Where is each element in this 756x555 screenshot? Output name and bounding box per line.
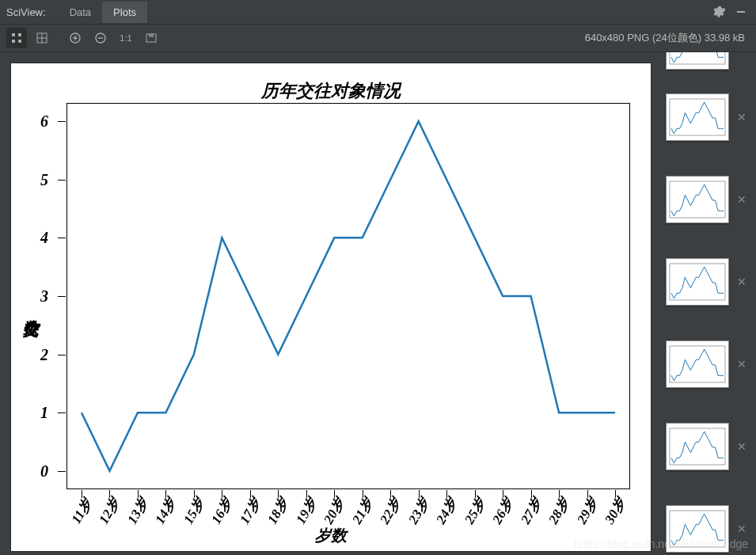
close-icon[interactable]: ✕ — [734, 192, 750, 207]
svg-rect-16 — [670, 99, 725, 135]
fullscreen-icon[interactable] — [6, 28, 27, 48]
svg-rect-3 — [12, 40, 15, 43]
x-tick-label: 28岁 — [545, 495, 574, 527]
zoom-in-icon[interactable] — [65, 28, 85, 48]
plot-thumbnail[interactable] — [666, 423, 729, 470]
x-tick-label: 20岁 — [320, 495, 349, 527]
x-axis-label: 岁数 — [11, 525, 651, 546]
plot-thumbnail[interactable] — [666, 258, 729, 306]
thumbnails-sidebar: ✕✕✕✕✕✕✕ — [659, 52, 756, 555]
x-tick-label: 26岁 — [488, 495, 518, 527]
one-to-one-icon[interactable]: 1:1 — [116, 28, 136, 48]
y-tick-label: 5 — [40, 170, 48, 188]
y-tick-label: 0 — [40, 462, 48, 480]
x-tick-label: 13岁 — [123, 495, 152, 527]
svg-rect-0 — [737, 11, 745, 13]
close-icon[interactable]: ✕ — [734, 274, 750, 290]
x-tick-label: 22岁 — [376, 495, 405, 527]
grid-icon[interactable] — [32, 28, 52, 48]
x-tick-label: 21岁 — [348, 495, 377, 527]
gear-icon[interactable] — [710, 3, 728, 21]
minimize-icon[interactable] — [732, 3, 750, 21]
x-tick-label: 15岁 — [179, 495, 208, 527]
plot-thumbnail[interactable] — [666, 52, 729, 70]
plot-thumbnail[interactable] — [666, 93, 729, 141]
svg-rect-14 — [149, 34, 154, 37]
x-tick-label: 17岁 — [235, 495, 264, 527]
chart-line — [67, 104, 629, 488]
close-icon[interactable]: ✕ — [734, 521, 750, 537]
close-icon[interactable]: ✕ — [734, 439, 750, 454]
image-info: 640x480 PNG (24位颜色) 33.98 kB — [585, 31, 745, 45]
x-tick-label: 18岁 — [264, 495, 293, 527]
close-icon[interactable]: ✕ — [734, 356, 750, 372]
plot-toolbar: 1:1 640x480 PNG (24位颜色) 33.98 kB — [0, 25, 756, 52]
x-tick-label: 16岁 — [207, 495, 237, 527]
zoom-out-icon[interactable] — [90, 28, 111, 48]
x-tick-label: 29岁 — [572, 495, 602, 527]
app-name: SciView: — [6, 6, 46, 18]
x-tick-label: 30岁 — [601, 495, 630, 527]
chart-axes: 012345611岁12岁13岁14岁15岁16岁17岁18岁19岁20岁21岁… — [66, 103, 630, 489]
tab-plots[interactable]: Plots — [102, 2, 147, 23]
x-tick-label: 25岁 — [460, 495, 489, 527]
y-tick-label: 3 — [40, 287, 48, 306]
plot-thumbnail[interactable] — [666, 505, 729, 553]
x-tick-label: 12岁 — [95, 495, 124, 527]
save-icon[interactable] — [141, 28, 161, 48]
svg-rect-17 — [670, 181, 725, 218]
plot-thumbnail[interactable] — [666, 176, 729, 223]
x-tick-label: 19岁 — [291, 495, 321, 527]
svg-rect-18 — [670, 264, 725, 300]
x-tick-label: 27岁 — [516, 495, 545, 527]
svg-rect-20 — [670, 428, 725, 465]
y-tick-label: 6 — [40, 112, 48, 131]
svg-rect-1 — [12, 33, 15, 36]
svg-rect-4 — [18, 40, 21, 43]
y-tick-label: 2 — [40, 345, 48, 363]
tab-data[interactable]: Data — [59, 2, 102, 23]
svg-rect-19 — [670, 346, 725, 382]
plot-thumbnail[interactable] — [666, 340, 729, 388]
x-tick-label: 23岁 — [404, 495, 433, 527]
chart-title: 历年交往对象情况 — [11, 79, 651, 103]
svg-rect-21 — [670, 511, 725, 547]
x-tick-label: 14岁 — [151, 495, 180, 527]
svg-rect-2 — [18, 33, 21, 36]
main-plot-area: 历年交往对象情况 交往个数 岁数 012345611岁12岁13岁14岁15岁1… — [0, 52, 659, 555]
x-tick-label: 24岁 — [432, 495, 462, 527]
close-icon[interactable]: ✕ — [734, 52, 750, 54]
plot-frame: 历年交往对象情况 交往个数 岁数 012345611岁12岁13岁14岁15岁1… — [11, 63, 651, 551]
y-tick-label: 4 — [40, 229, 48, 247]
titlebar: SciView: Data Plots — [0, 0, 756, 25]
close-icon[interactable]: ✕ — [734, 109, 750, 125]
x-tick-label: 11岁 — [67, 495, 96, 526]
y-tick-label: 1 — [40, 404, 48, 422]
